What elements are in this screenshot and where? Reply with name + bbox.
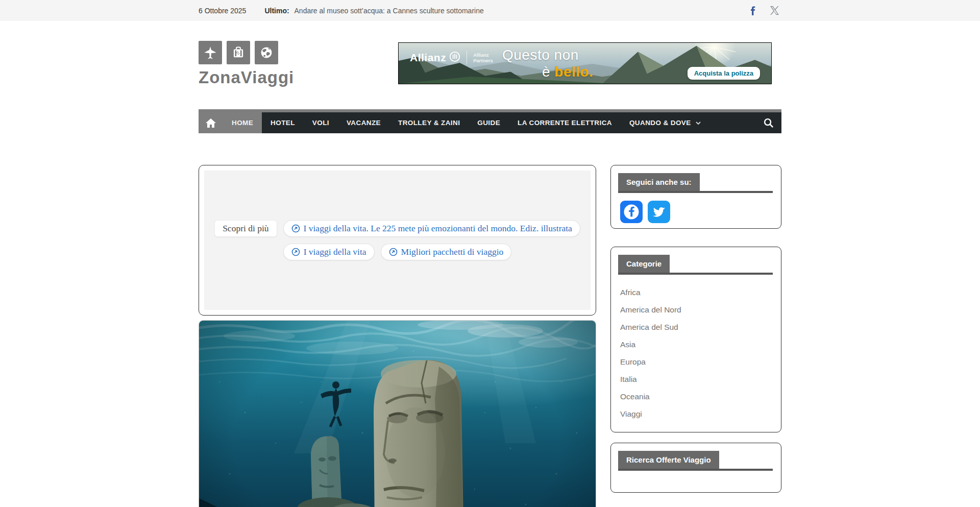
suitcase-icon (227, 41, 250, 64)
nav-item-hotel[interactable]: HOTEL (262, 112, 304, 133)
current-date: 6 Ottobre 2025 (199, 7, 246, 15)
category-item: Oceania (620, 388, 774, 405)
allianz-partners-line1: Allianz (473, 52, 493, 58)
category-link-europa[interactable]: Europa (620, 357, 646, 366)
follow-widget: Seguici anche su: (610, 165, 781, 229)
allianz-logo-text: Allianz (410, 52, 446, 64)
category-item: America del Nord (620, 301, 774, 319)
ad-divider (467, 51, 467, 64)
circle-arrow-icon (291, 224, 300, 233)
category-link-america-del-nord[interactable]: America del Nord (620, 305, 681, 314)
search-offers-widget: Ricerca Offerte Viaggio (610, 443, 781, 493)
latest-news: Ultimo: Andare al museo sott’acqua: a Ca… (264, 7, 483, 15)
sidebar: Seguici anche su: Categorie (610, 165, 781, 507)
ad-banner[interactable]: Allianz Allianz Partners Questo non è be… (398, 42, 772, 84)
main-column: Scopri di più I viaggi della vita. Le 22… (199, 165, 596, 507)
category-item: Africa (620, 284, 774, 301)
top-bar: 6 Ottobre 2025 Ultimo: Andare al museo s… (0, 0, 980, 21)
twitter-social-icon[interactable] (648, 201, 670, 223)
nav-item-voli[interactable]: VOLI (304, 112, 338, 133)
facebook-icon[interactable] (748, 6, 758, 16)
category-link-africa[interactable]: Africa (620, 288, 641, 297)
search-button[interactable] (755, 112, 781, 133)
category-item: Italia (620, 371, 774, 388)
allianz-logo-mark (449, 51, 460, 64)
search-offers-widget-title: Ricerca Offerte Viaggio (618, 451, 719, 469)
discover-label: Scopri di più (214, 220, 277, 237)
ad-cta-button[interactable]: Acquista la polizza (688, 67, 760, 80)
allianz-partners-line2: Partners (473, 58, 493, 63)
site-logo[interactable]: ZonaViaggi (199, 41, 294, 87)
product-link-2[interactable]: I viaggi della vita (283, 244, 375, 260)
category-item: America del Sud (620, 319, 774, 336)
ad-headline-highlight: bello. (554, 64, 593, 80)
chevron-down-icon (695, 119, 702, 127)
nav-item-guide[interactable]: GUIDE (469, 112, 509, 133)
circle-arrow-icon (291, 248, 300, 256)
site-title: ZonaViaggi (199, 68, 294, 87)
latest-label: Ultimo: (264, 7, 289, 15)
ad-headline-line1: Questo non (502, 47, 579, 63)
categories-widget-title: Categorie (618, 255, 670, 273)
allianz-brand: Allianz Allianz Partners (410, 51, 493, 64)
categories-widget: Categorie Africa America del Nord Americ… (610, 247, 781, 432)
nav-item-corrente-elettrica[interactable]: LA CORRENTE ELETTRICA (509, 112, 621, 133)
facebook-social-icon[interactable] (620, 201, 643, 223)
globe-icon (255, 41, 278, 64)
main-navigation: HOME HOTEL VOLI VACANZE TROLLEY & ZAINI … (199, 109, 781, 133)
category-item: Asia (620, 336, 774, 353)
category-link-asia[interactable]: Asia (620, 340, 635, 349)
product-links-card: Scopri di più I viaggi della vita. Le 22… (199, 165, 596, 316)
nav-item-home[interactable]: HOME (223, 112, 262, 133)
nav-item-quando-dove[interactable]: QUANDO & DOVE (621, 112, 710, 133)
nav-item-trolley-zaini[interactable]: TROLLEY & ZAINI (389, 112, 469, 133)
category-link-italia[interactable]: Italia (620, 375, 637, 383)
latest-article-link[interactable]: Andare al museo sott’acqua: a Cannes scu… (295, 7, 484, 15)
nav-item-vacanze[interactable]: VACANZE (338, 112, 389, 133)
product-link-1[interactable]: I viaggi della vita. Le 225 mete più emo… (283, 220, 580, 237)
follow-widget-title: Seguici anche su: (618, 173, 700, 191)
category-item: Europa (620, 353, 774, 371)
category-link-viaggi[interactable]: Viaggi (620, 409, 642, 418)
category-item: Viaggi (620, 405, 774, 423)
product-links-area: Scopri di più I viaggi della vita. Le 22… (204, 171, 591, 310)
site-header: ZonaViaggi (0, 21, 980, 109)
ad-headline-line2: è bello. (542, 64, 593, 80)
x-icon[interactable] (769, 6, 779, 16)
article-hero-image[interactable] (199, 320, 596, 507)
plane-icon (199, 41, 222, 64)
circle-arrow-icon (389, 248, 398, 256)
product-link-3[interactable]: Migliori pacchetti di viaggio (381, 244, 512, 260)
category-link-oceania[interactable]: Oceania (620, 392, 650, 401)
category-link-america-del-sud[interactable]: America del Sud (620, 323, 678, 331)
home-icon-button[interactable] (199, 112, 223, 133)
